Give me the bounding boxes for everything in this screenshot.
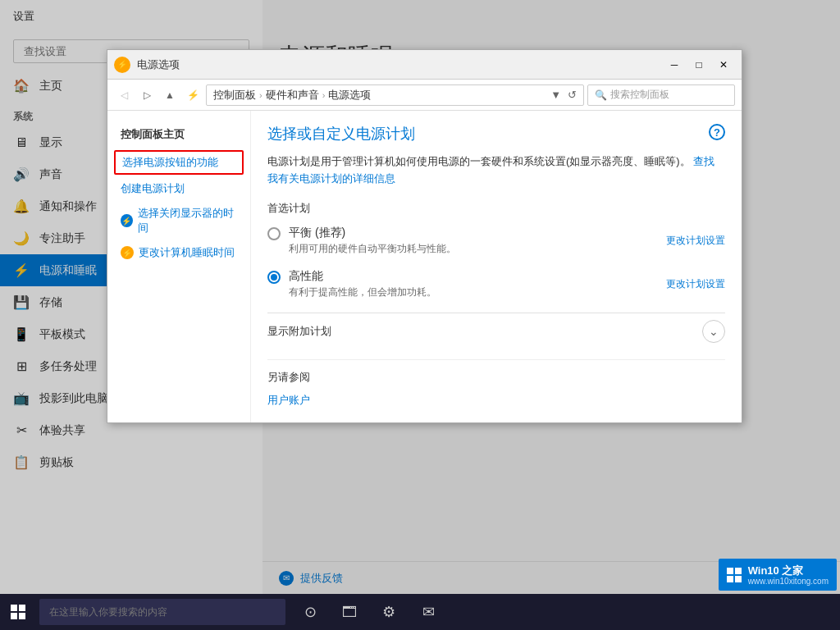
addon-plans-chevron-icon[interactable]: ⌄ <box>702 320 725 343</box>
sleep-time-label: 更改计算机睡眠时间 <box>139 245 235 260</box>
plan-balanced-desc: 利用可用的硬件自动平衡功耗与性能。 <box>289 242 456 256</box>
watermark-logo <box>727 568 742 582</box>
windows-logo-icon <box>11 605 25 619</box>
dialog-titlebar: ⚡ 电源选项 ─ □ ✕ <box>107 50 742 80</box>
start-button[interactable] <box>0 594 36 630</box>
display-time-icon: ⚡ <box>121 214 133 227</box>
plan-balanced-name: 平衡 (推荐) <box>289 226 456 240</box>
dialog-body: 控制面板主页 选择电源按钮的功能 创建电源计划 ⚡ 选择关闭显示器的时间 ⚡ 更… <box>107 111 742 422</box>
taskbar-search-icon[interactable]: ⊙ <box>292 594 328 630</box>
dialog-minimize-button[interactable]: ─ <box>663 53 686 76</box>
plan-balanced-info: 平衡 (推荐) 利用可用的硬件自动平衡功耗与性能。 <box>289 226 456 256</box>
sidebar-link-sleep-time[interactable]: ⚡ 更改计算机睡眠时间 <box>107 240 250 265</box>
plan-high-desc: 有利于提高性能，但会增加功耗。 <box>289 285 436 299</box>
svg-rect-3 <box>19 613 25 619</box>
also-see-title: 另请参阅 <box>267 370 725 385</box>
dialog-title-icon: ⚡ <box>114 57 130 73</box>
breadcrumb-sep1: › <box>259 90 262 100</box>
dialog-close-button[interactable]: ✕ <box>712 53 735 76</box>
sleep-time-icon: ⚡ <box>121 246 134 259</box>
plan-high-left: 高性能 有利于提高性能，但会增加功耗。 <box>267 269 666 299</box>
dialog-main-content: ? 选择或自定义电源计划 电源计划是用于管理计算机如何使用电源的一套硬件和系统设… <box>251 111 742 422</box>
breadcrumb-part1: 控制面板 <box>213 88 256 103</box>
plan-balanced-radio[interactable] <box>267 227 281 240</box>
dialog-content-desc: 电源计划是用于管理计算机如何使用电源的一套硬件和系统设置(如显示器亮度、睡眠等)… <box>267 153 725 188</box>
addr-back-button[interactable]: ◁ <box>114 85 134 105</box>
taskbar-search[interactable] <box>39 599 285 625</box>
dialog-sidebar: 控制面板主页 选择电源按钮的功能 创建电源计划 ⚡ 选择关闭显示器的时间 ⚡ 更… <box>107 111 251 422</box>
plan-section-title: 首选计划 <box>267 201 725 216</box>
addon-plans-row[interactable]: 显示附加计划 ⌄ <box>267 320 725 343</box>
also-see-section: 另请参阅 用户账户 <box>267 359 725 409</box>
addr-up-button[interactable]: ▲ <box>160 85 180 105</box>
dialog-maximize-button[interactable]: □ <box>687 53 710 76</box>
addr-forward-button[interactable]: ▷ <box>137 85 157 105</box>
address-bar: ◁ ▷ ▲ ⚡ 控制面板 › 硬件和声音 › 电源选项 ▼ ↺ 🔍 搜索控制面板 <box>107 80 742 111</box>
sidebar-link-power-button[interactable]: 选择电源按钮的功能 <box>114 150 244 175</box>
desc-text: 电源计划是用于管理计算机如何使用电源的一套硬件和系统设置(如显示器亮度、睡眠等)… <box>267 155 691 167</box>
taskbar-search-input[interactable] <box>39 599 285 625</box>
dialog-win-controls: ─ □ ✕ <box>663 53 735 76</box>
addr-refresh-button[interactable]: ↺ <box>568 89 577 101</box>
addr-search-placeholder: 搜索控制面板 <box>610 88 669 102</box>
taskbar-mail-icon[interactable]: ✉ <box>410 594 446 630</box>
addon-plans-text: 显示附加计划 <box>267 324 702 339</box>
dialog-content-title: 选择或自定义电源计划 <box>267 124 725 144</box>
dialog-title-text: 电源选项 <box>137 57 656 72</box>
svg-rect-0 <box>11 605 17 611</box>
plan-high-change-link[interactable]: 更改计划设置 <box>666 277 725 291</box>
addr-search-box[interactable]: 🔍 搜索控制面板 <box>587 84 735 106</box>
search-icon: 🔍 <box>595 89 607 101</box>
also-see-link-users[interactable]: 用户账户 <box>267 391 725 409</box>
display-time-label: 选择关闭显示器的时间 <box>138 206 237 235</box>
sidebar-link-display-time[interactable]: ⚡ 选择关闭显示器的时间 <box>107 201 250 240</box>
watermark-text-area: Win10 之家 www.win10xitong.com <box>748 564 829 586</box>
watermark: Win10 之家 www.win10xitong.com <box>719 559 837 591</box>
plan-balanced-left: 平衡 (推荐) 利用可用的硬件自动平衡功耗与性能。 <box>267 226 666 256</box>
plan-divider <box>267 313 725 313</box>
taskbar-settings-icon[interactable]: ⚙ <box>371 594 407 630</box>
svg-rect-1 <box>19 605 25 611</box>
taskbar: ⊙ 🗔 ⚙ ✉ Win10 之家 www.win10xitong.com <box>0 594 840 630</box>
taskbar-task-view-icon[interactable]: 🗔 <box>331 594 368 630</box>
watermark-sub: www.win10xitong.com <box>748 577 829 586</box>
plan-high-radio[interactable] <box>267 271 281 284</box>
breadcrumb-dropdown[interactable]: ▼ <box>550 89 561 101</box>
breadcrumb-part3: 电源选项 <box>328 88 371 103</box>
help-button[interactable]: ? <box>709 124 725 140</box>
breadcrumb-sep2: › <box>322 90 326 100</box>
power-options-dialog: ⚡ 电源选项 ─ □ ✕ ◁ ▷ ▲ ⚡ 控制面板 › 硬件和声音 › 电源选项… <box>107 49 742 423</box>
sidebar-link-create-plan[interactable]: 创建电源计划 <box>107 176 250 201</box>
taskbar-icons: ⊙ 🗔 ⚙ ✉ <box>292 594 446 630</box>
svg-rect-2 <box>11 613 17 619</box>
plan-item-high: 高性能 有利于提高性能，但会增加功耗。 更改计划设置 <box>267 269 725 299</box>
plan-high-name: 高性能 <box>289 269 436 284</box>
plan-balanced-change-link[interactable]: 更改计划设置 <box>666 234 725 248</box>
plan-item-balanced: 平衡 (推荐) 利用可用的硬件自动平衡功耗与性能。 更改计划设置 <box>267 226 725 256</box>
breadcrumb[interactable]: 控制面板 › 硬件和声音 › 电源选项 ▼ ↺ <box>206 84 584 106</box>
plan-high-info: 高性能 有利于提高性能，但会增加功耗。 <box>289 269 436 299</box>
sidebar-panel-home: 控制面板主页 <box>107 121 250 148</box>
addr-home-icon: ⚡ <box>183 85 203 105</box>
breadcrumb-part2: 硬件和声音 <box>266 88 319 103</box>
